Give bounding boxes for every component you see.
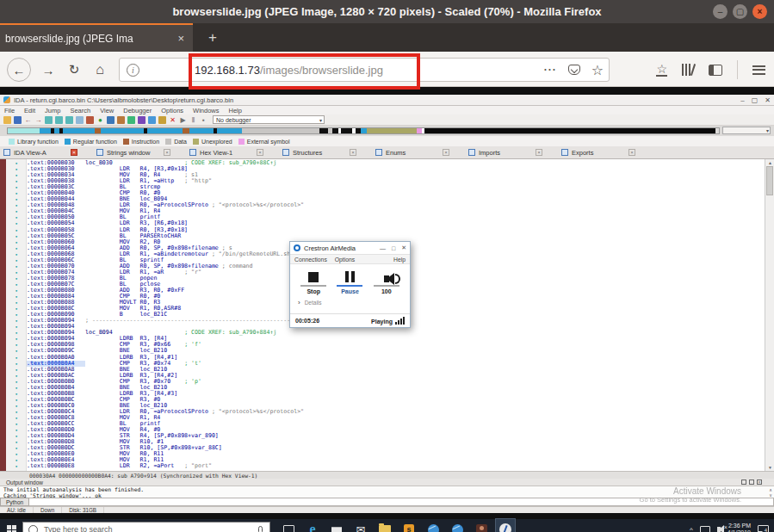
legend-color-chip <box>9 139 15 145</box>
view-tab-icon <box>3 149 10 156</box>
airmedia-maximize-icon: □ <box>392 245 395 251</box>
airmedia-details-expander: › Details <box>290 294 410 306</box>
browserslide-image[interactable]: IDA - return.cgi.barco.bin C:\Users\albm… <box>0 87 774 532</box>
sidebar-icon[interactable] <box>709 65 722 76</box>
airmedia-minimize-icon: — <box>380 245 386 251</box>
airmedia-menu-help: Help <box>393 257 406 263</box>
open-file-icon <box>3 116 11 124</box>
maximize-button[interactable]: ▢ <box>733 4 747 19</box>
view-tab-exports: Exports× <box>561 146 654 159</box>
bookmark-star-icon[interactable]: ☆ <box>591 62 604 78</box>
stop-label: Stop <box>299 288 328 294</box>
airmedia-title: Crestron AirMedia <box>304 244 374 252</box>
flash-app-icon: s <box>399 519 418 532</box>
band-segment <box>95 128 101 133</box>
watermark-line1: Activate Windows <box>640 486 741 496</box>
ida-menu-jump: Jump <box>45 107 60 114</box>
band-segment <box>356 128 362 133</box>
navigator-band <box>7 127 720 134</box>
ida-window: IDA - return.cgi.barco.bin C:\Users\albm… <box>0 95 774 511</box>
view-tab-icon <box>282 149 289 156</box>
tray-time: 2:36 PM <box>728 523 751 529</box>
view-tab-close-icon: × <box>350 149 356 156</box>
search-placeholder: Type here to search <box>44 525 258 532</box>
band-segment <box>101 128 144 133</box>
asm-line: •.text:0000B0E8 LDR R2, =aPort ; "port" <box>6 463 764 469</box>
tab-close-icon[interactable]: × <box>174 32 188 45</box>
ida-menu-options: Options <box>161 107 183 114</box>
navigator-combo <box>722 127 771 134</box>
minimize-button[interactable]: – <box>713 4 728 19</box>
chart-custom-icon <box>148 116 156 124</box>
trace-into-icon <box>55 116 63 124</box>
toolbar-separator <box>737 60 738 79</box>
ida-menubar: FileEditJumpSearchViewDebuggerOptionsWin… <box>0 106 774 114</box>
chart-graph-icon <box>138 116 146 124</box>
close-button[interactable]: × <box>752 4 767 19</box>
legend-color-chip <box>238 139 245 145</box>
band-segment <box>319 128 328 133</box>
legend-color-chip <box>193 139 199 145</box>
dock-icon <box>741 479 746 485</box>
action-center-icon: 4 <box>758 525 769 532</box>
view-tab-icon <box>468 149 475 156</box>
airmedia-close-icon: ✕ <box>401 244 406 251</box>
signal-bars-icon <box>395 317 405 325</box>
file-explorer-icon <box>375 519 394 532</box>
library-icon[interactable] <box>682 64 694 76</box>
site-info-icon[interactable]: i <box>127 64 139 77</box>
tray-chevron-icon: ^ <box>690 526 693 532</box>
legend-item: Instruction <box>123 139 159 145</box>
microphone-icon <box>258 526 263 532</box>
reload-button[interactable]: ↻ <box>62 58 86 82</box>
chart-flow-icon <box>107 116 115 124</box>
view-tab-close-icon: × <box>71 149 77 156</box>
band-segment <box>217 128 242 133</box>
view-tab-structures: Structures× <box>282 146 375 159</box>
legend-item: Data <box>165 139 187 145</box>
taskbar-clock: 2:36 PM 4/1/2019 <box>728 523 751 532</box>
activate-windows-watermark: Activate Windows Go to Settings to activ… <box>640 486 741 504</box>
band-segment <box>189 128 214 133</box>
home-button[interactable]: ⌂ <box>88 58 112 82</box>
speaker-icon <box>384 275 389 282</box>
output-window-title: Output window <box>6 479 43 486</box>
band-segment <box>63 128 95 133</box>
airmedia-menu-connections: Connections <box>294 257 327 263</box>
band-segment <box>54 128 60 133</box>
view-tab-icon <box>375 149 382 156</box>
globe-app-icon <box>424 519 443 532</box>
ida-menu-search: Search <box>70 107 90 114</box>
chart-xrefs-icon <box>117 116 125 124</box>
airmedia-pause-button: Pause <box>335 269 364 294</box>
windows-logo-icon <box>7 525 16 532</box>
tab-browserslide[interactable]: browserslide.jpg (JPEG Ima × <box>0 23 193 52</box>
ida-window-title: IDA - return.cgi.barco.bin C:\Users\albm… <box>14 96 233 104</box>
airmedia-menu-options: Options <box>335 257 355 263</box>
back-button[interactable]: ← <box>7 58 31 82</box>
forward-button[interactable]: → <box>36 58 60 82</box>
output-window-titlebar: Output window × <box>0 479 774 486</box>
view-tab-ida-view-a: IDA View-A× <box>3 146 96 159</box>
scroll-down-icon: ▼ <box>765 465 774 470</box>
band-segment <box>332 128 338 133</box>
scroll-up-icon: ▲ <box>765 160 774 165</box>
band-segment <box>40 128 50 133</box>
network-icon <box>700 526 710 532</box>
ida-app-icon <box>3 96 10 103</box>
bookmarks-menu-icon[interactable]: ☆ <box>656 64 667 77</box>
pause-icon <box>345 271 355 282</box>
ida-menu-view: View <box>100 107 114 114</box>
pocket-icon[interactable] <box>568 65 580 75</box>
pause-process-icon: ⦀ <box>189 116 197 124</box>
page-actions-icon[interactable]: ··· <box>544 64 557 76</box>
legend-item: Unexplored <box>193 139 232 145</box>
new-tab-button[interactable]: + <box>200 27 226 49</box>
ida-minimize-icon: – <box>740 96 744 104</box>
chart-user-icon <box>158 116 166 124</box>
legend-item: Library function <box>9 139 59 145</box>
hamburger-menu-icon[interactable] <box>752 65 765 75</box>
debugger-state: Down <box>34 507 62 513</box>
view-tab-enums: Enums× <box>375 146 468 159</box>
view-tab-close-icon: × <box>536 149 542 156</box>
